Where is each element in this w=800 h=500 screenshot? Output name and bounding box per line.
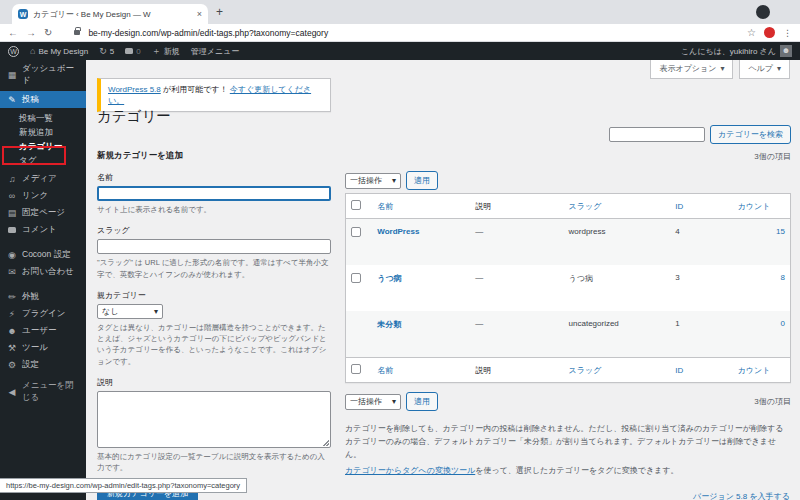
column-header-id[interactable]: ID: [675, 202, 683, 211]
column-header-slug[interactable]: スラッグ: [569, 202, 602, 211]
tablenav-bottom: 一括操作 ▾ 適用 3個の項目: [345, 392, 791, 411]
select-all-checkbox[interactable]: [351, 200, 361, 210]
category-count-link[interactable]: 15: [776, 227, 785, 236]
extension-icon[interactable]: [764, 27, 775, 38]
sidebar-item-dashboard[interactable]: ▦ ダッシュボード: [0, 66, 86, 83]
browser-menu-icon[interactable]: ⋮: [783, 28, 792, 38]
category-name-link[interactable]: 未分類: [377, 320, 401, 329]
tab-close-icon[interactable]: ×: [197, 9, 202, 19]
bulk-actions-value: 一括操作: [350, 396, 382, 407]
sidebar-collapse-menu[interactable]: ◀ メニューを閉じる: [0, 383, 86, 400]
sidebar-item-links[interactable]: ∞ リンク: [0, 187, 86, 204]
wordpress-version-link[interactable]: WordPress 5.8: [108, 85, 161, 94]
category-description-textarea[interactable]: [97, 391, 331, 448]
forward-icon[interactable]: →: [26, 27, 36, 38]
new-tab-button[interactable]: +: [216, 5, 223, 19]
adminbar-comments[interactable]: 0: [125, 47, 140, 56]
bookmark-star-icon[interactable]: ☆: [747, 27, 756, 38]
plus-icon: ＋: [152, 45, 161, 58]
sidebar-item-settings[interactable]: ⚙ 設定: [0, 356, 86, 373]
category-name-link[interactable]: うつ病: [377, 274, 401, 283]
category-count-link[interactable]: 0: [781, 319, 785, 328]
appearance-icon: ✏: [7, 292, 17, 302]
category-to-tag-converter-link[interactable]: カテゴリーからタグへの変換ツール: [345, 466, 475, 475]
sidebar-label: プラグイン: [22, 308, 66, 320]
get-version-link[interactable]: バージョン 5.8 を入手する: [693, 491, 790, 500]
sidebar-item-add-new[interactable]: 新規追加: [0, 124, 86, 138]
links-icon: ∞: [7, 191, 17, 201]
admin-sidebar: ▦ ダッシュボード ✎ 投稿 投稿一覧 新規追加 カテゴリー タグ ♫ メディア…: [0, 60, 86, 500]
sidebar-label: 設定: [22, 359, 39, 371]
apply-button-top[interactable]: 適用: [406, 171, 438, 190]
category-name-link[interactable]: WordPress: [377, 227, 419, 236]
bulk-actions-select-top[interactable]: 一括操作 ▾: [345, 173, 401, 189]
help-button[interactable]: ヘルプ ▾: [739, 60, 790, 79]
comments-icon: [125, 48, 133, 54]
delete-note: カテゴリーを削除しても、カテゴリー内の投稿は削除されません。ただし、投稿に割り当…: [345, 423, 791, 461]
sidebar-item-contact[interactable]: ✉ お問い合わせ: [0, 263, 86, 280]
sidebar-item-appearance[interactable]: ✏ 外観: [0, 288, 86, 305]
column-footer-id[interactable]: ID: [675, 366, 683, 375]
column-header-count[interactable]: カウント: [738, 202, 771, 211]
row-checkbox[interactable]: [351, 273, 361, 283]
converter-note-text: を使って、選択したカテゴリーをタグに変換できます。: [475, 466, 678, 475]
parent-category-select[interactable]: なし ▾: [97, 304, 163, 319]
site-name: Be My Design: [38, 47, 88, 56]
browser-tab[interactable]: W カテゴリー ‹ Be My Design — W ×: [12, 4, 208, 24]
category-count-link[interactable]: 8: [781, 273, 785, 282]
search-input[interactable]: [609, 127, 705, 142]
category-name-input[interactable]: [97, 186, 331, 201]
sidebar-item-tags[interactable]: タグ: [0, 152, 86, 166]
sidebar-item-users[interactable]: ☻ ユーザー: [0, 322, 86, 339]
wordpress-logo-icon[interactable]: W: [8, 46, 19, 57]
category-slug-cell: wordpress: [564, 219, 671, 266]
sidebar-label: ダッシュボード: [22, 63, 79, 87]
resize-grip-icon[interactable]: [323, 440, 329, 446]
category-slug-cell: uncategorized: [564, 311, 671, 358]
sidebar-item-categories[interactable]: カテゴリー: [0, 138, 86, 152]
column-header-description: 説明: [470, 194, 563, 219]
sidebar-item-media[interactable]: ♫ メディア: [0, 170, 86, 187]
url-field[interactable]: be-my-design.com/wp-admin/edit-tags.php?…: [88, 28, 739, 38]
posts-submenu: 投稿一覧 新規追加 カテゴリー タグ: [0, 108, 86, 170]
sidebar-label: リンク: [22, 190, 48, 202]
cocoon-icon: ◉: [7, 250, 17, 260]
sidebar-label: お問い合わせ: [22, 266, 74, 278]
screen-options-button[interactable]: 表示オプション ▾: [650, 60, 733, 79]
column-footer-slug[interactable]: スラッグ: [569, 366, 602, 375]
help-label: ヘルプ: [748, 63, 773, 74]
adminbar-updates[interactable]: ↻ 5: [99, 46, 114, 56]
sidebar-item-tools[interactable]: ⚒ ツール: [0, 339, 86, 356]
adminbar-new[interactable]: ＋ 新規: [152, 45, 180, 58]
chevron-down-icon: ▾: [720, 64, 724, 73]
sidebar-label: ツール: [22, 342, 48, 354]
adminbar-admin-menu[interactable]: 管理メニュー: [191, 46, 240, 57]
notice-text: が利用可能です！: [161, 85, 230, 94]
sidebar-item-comments[interactable]: コメント: [0, 221, 86, 238]
slug-help-text: "スラッグ" は URL に適した形式の名前です。通常はすべて半角小文字で、英数…: [97, 257, 331, 280]
row-checkbox[interactable]: [351, 227, 361, 237]
sidebar-item-cocoon-settings[interactable]: ◉ Cocoon 設定: [0, 246, 86, 263]
column-footer-count[interactable]: カウント: [738, 366, 771, 375]
column-header-name[interactable]: 名前: [377, 202, 393, 211]
search-categories-button[interactable]: カテゴリーを検索: [710, 125, 791, 144]
sidebar-item-all-posts[interactable]: 投稿一覧: [0, 110, 86, 124]
adminbar-site-link[interactable]: ⌂ Be My Design: [30, 46, 88, 56]
back-icon[interactable]: ←: [8, 27, 18, 38]
bulk-actions-select-bottom[interactable]: 一括操作 ▾: [345, 394, 401, 410]
tools-icon: ⚒: [7, 343, 17, 353]
home-icon: ⌂: [30, 46, 35, 56]
column-footer-name[interactable]: 名前: [377, 366, 393, 375]
category-slug-input[interactable]: [97, 239, 331, 254]
sidebar-item-plugins[interactable]: ⚡ プラグイン: [0, 305, 86, 322]
add-category-form: 新規カテゴリーを追加 名前 サイト上に表示される名前です。 スラッグ "スラッグ…: [97, 150, 331, 500]
reload-icon[interactable]: ↻: [44, 27, 52, 38]
new-label: 新規: [164, 46, 180, 57]
sidebar-item-pages[interactable]: ▤ 固定ページ: [0, 204, 86, 221]
select-all-checkbox-footer[interactable]: [351, 364, 361, 374]
greeting-text[interactable]: こんにちは、yukihiro さん: [681, 46, 776, 57]
browser-profile-icon[interactable]: [756, 5, 770, 19]
pages-icon: ▤: [7, 208, 17, 218]
apply-button-bottom[interactable]: 適用: [406, 392, 438, 411]
sidebar-item-posts[interactable]: ✎ 投稿: [0, 91, 86, 108]
